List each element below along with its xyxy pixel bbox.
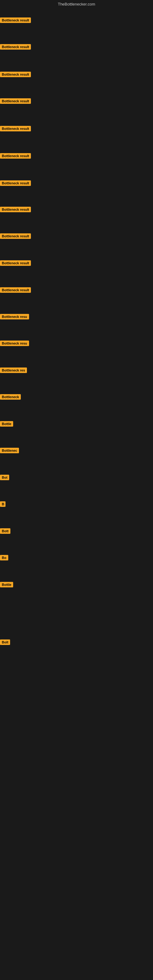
bottleneck-badge[interactable]: Bott (0, 528, 10, 534)
bottleneck-badge[interactable]: Bottleneck result (0, 180, 31, 186)
bottleneck-badge[interactable]: Bottleneck (0, 394, 21, 400)
bottleneck-badge[interactable]: Bottle (0, 421, 13, 426)
bottleneck-badge[interactable]: Bottleneck result (0, 72, 31, 77)
bottleneck-badge[interactable]: B (0, 501, 5, 507)
bottleneck-badge[interactable]: Bottleneck result (0, 126, 31, 131)
site-title: TheBottlenecker.com (0, 1, 153, 8)
bottleneck-badge[interactable]: Bottle (0, 582, 13, 587)
bottleneck-badge[interactable]: Bolt (0, 640, 10, 645)
bottleneck-badge[interactable]: Bottleneck result (0, 153, 31, 159)
bottleneck-badge[interactable]: Bottleneck result (0, 18, 31, 23)
bottleneck-badge[interactable]: Bot (0, 475, 9, 480)
bottleneck-badge[interactable]: Bottleneck result (0, 260, 31, 266)
bottleneck-badge[interactable]: Bottleneck res (0, 368, 27, 373)
bottleneck-badge[interactable]: Bottlenec (0, 448, 19, 453)
bottleneck-badge[interactable]: Bottleneck result (0, 233, 31, 239)
bottleneck-badge[interactable]: Bottleneck result (0, 98, 31, 104)
bottleneck-badge[interactable]: Bottleneck resu (0, 340, 29, 346)
bottleneck-badge[interactable]: Bottleneck resu (0, 314, 29, 320)
bottleneck-badge[interactable]: Bottleneck result (0, 207, 31, 212)
bottleneck-badge[interactable]: Bo (0, 555, 8, 560)
bottleneck-badge[interactable]: Bottleneck result (0, 287, 31, 293)
bottleneck-badge[interactable]: Bottleneck result (0, 44, 31, 49)
